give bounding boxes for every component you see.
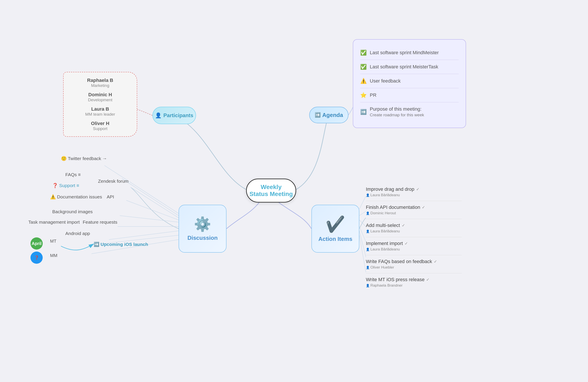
agenda-arrow-icon: ➡️ <box>315 112 321 118</box>
check-icon-1: ✅ <box>360 50 367 56</box>
faqs-item: FAQs ≡ <box>65 172 81 177</box>
action-item-assignee-1: Laura Bârlădeanu <box>366 193 462 197</box>
action-item-row-1: Improve drag and drop ✓ Laura Bârlădeanu <box>366 183 462 201</box>
warn-icon-3: ⚠️ <box>360 78 367 84</box>
mm-text: MM <box>50 253 57 258</box>
twitter-text: 🙂 Twitter feedback → <box>61 156 107 161</box>
check-icon-2: ✅ <box>360 64 367 70</box>
check-mark-6: ✓ <box>426 277 429 282</box>
agenda-text-3: User feedback <box>370 78 401 84</box>
agenda-item-1: ✅ Last software sprint MindMeister <box>360 46 459 60</box>
discussion-node[interactable]: ⚙️ Discussion <box>179 205 227 253</box>
action-item-title-3: Add multi-select ✓ <box>366 223 462 228</box>
may-text: ❓ <box>34 255 39 260</box>
agenda-item-4: ⭐ PR <box>360 88 459 102</box>
action-item-title-6: Write MT iOS press release ✓ <box>366 277 462 282</box>
action-item-title-5: Write FAQs based on feedback ✓ <box>366 259 462 264</box>
android-text: Android app <box>65 231 90 236</box>
mt-text: MT <box>50 239 56 243</box>
svg-line-0 <box>105 166 179 213</box>
feature-requests-item: Feature requests <box>83 219 117 225</box>
svg-line-10 <box>359 196 366 209</box>
action-item-assignee-4: Laura Bârlădeanu <box>366 247 462 252</box>
api-text: API <box>107 194 114 199</box>
action-item-title-4: Implement import ✓ <box>366 241 462 246</box>
central-node[interactable]: Weekly Status Meeting <box>246 179 296 203</box>
support-item: ❓ Support ≡ <box>52 183 79 188</box>
feature-req-text: Feature requests <box>83 219 117 225</box>
check-mark-2: ✓ <box>422 205 425 210</box>
svg-line-11 <box>359 211 366 216</box>
month-mm: MM <box>50 253 57 258</box>
star-icon-4: ⭐ <box>360 92 367 98</box>
svg-line-13 <box>359 227 366 242</box>
svg-line-6 <box>109 231 179 240</box>
zendesk-item: Zendesk forum <box>98 179 128 184</box>
month-april: April <box>30 237 43 250</box>
faqs-text: FAQs ≡ <box>65 172 81 177</box>
svg-line-4 <box>120 216 179 222</box>
action-item-row-4: Implement import ✓ Laura Bârlădeanu <box>366 237 462 255</box>
person-name: Laura B <box>70 106 130 112</box>
discussion-icon: ⚙️ <box>194 216 211 232</box>
person-dominic: Dominic H Development <box>70 92 130 102</box>
person-oliver: Oliver H Support <box>70 121 130 131</box>
participants-icon: 👤 <box>155 112 162 118</box>
person-raphaela: Raphaela B Marketing <box>70 78 130 88</box>
action-item-title-2: Finish API documentation ✓ <box>366 205 462 210</box>
agenda-text-2: Last software sprint MeisterTask <box>370 64 438 70</box>
action-item-row-2: Finish API documentation ✓ Dominic Herou… <box>366 201 462 219</box>
agenda-text-5: Purpose of this meeting: Create roadmap … <box>370 106 424 118</box>
person-role: Development <box>70 98 130 102</box>
twitter-feedback-item: 🙂 Twitter feedback → <box>61 156 107 161</box>
check-mark-5: ✓ <box>434 259 437 264</box>
doc-issues-text: ⚠️ Documentation issues <box>50 194 102 199</box>
task-mgmt-text: Task management import <box>28 219 80 225</box>
month-mt: MT <box>50 239 56 244</box>
person-name: Oliver H <box>70 121 130 126</box>
agenda-label: Agenda <box>322 112 343 118</box>
person-role: Marketing <box>70 83 130 88</box>
svg-line-1 <box>122 179 179 216</box>
person-role: MM team leader <box>70 112 130 117</box>
svg-line-12 <box>359 220 366 227</box>
svg-line-15 <box>359 235 366 272</box>
arrow-icon-5: ➡️ <box>360 109 367 115</box>
action-item-row-5: Write FAQs based on feedback ✓ Oliver Hu… <box>366 255 462 273</box>
ios-launch-text: ➡️ Upcoming iOS launch <box>94 242 148 247</box>
person-role: Support <box>70 126 130 131</box>
action-item-assignee-3: Laura Bârlădeanu <box>366 229 462 233</box>
agenda-item-3: ⚠️ User feedback <box>360 74 459 88</box>
person-name: Raphaela B <box>70 78 130 83</box>
api-item: API <box>107 194 114 199</box>
action-item-assignee-6: Raphaela Brandner <box>366 283 462 288</box>
person-name: Dominic H <box>70 92 130 98</box>
checkmark-icon: ✔️ <box>326 215 345 233</box>
agenda-text-1: Last software sprint MindMeister <box>370 50 439 56</box>
agenda-node[interactable]: ➡️ Agenda <box>309 107 348 123</box>
task-mgmt-item: Task management import <box>28 219 80 225</box>
action-items-list: Improve drag and drop ✓ Laura Bârlădeanu… <box>366 183 462 291</box>
android-item: Android app <box>65 231 90 236</box>
svg-line-14 <box>359 231 366 257</box>
person-laura: Laura B MM team leader <box>70 106 130 117</box>
action-item-assignee-5: Oliver Huebler <box>366 265 462 270</box>
check-mark-4: ✓ <box>405 241 408 246</box>
action-items-node[interactable]: ✔️ Action Items <box>312 205 359 253</box>
support-text: ❓ Support ≡ <box>52 183 79 188</box>
agenda-panel: ✅ Last software sprint MindMeister ✅ Las… <box>353 39 466 128</box>
action-item-assignee-2: Dominic Herout <box>366 211 462 215</box>
bg-images-item: Background images <box>52 209 93 214</box>
participants-list: Raphaela B Marketing Dominic H Developme… <box>63 72 137 137</box>
check-mark-3: ✓ <box>402 223 405 228</box>
agenda-item-2: ✅ Last software sprint MeisterTask <box>360 60 459 74</box>
participants-node[interactable]: 👤 Participants <box>152 107 196 124</box>
action-item-row-6: Write MT iOS press release ✓ Raphaela Br… <box>366 273 462 291</box>
check-mark-1: ✓ <box>416 187 420 192</box>
action-items-label: Action Items <box>318 236 352 242</box>
april-text: April <box>32 241 42 246</box>
doc-issues-item: ⚠️ Documentation issues <box>50 194 102 199</box>
zendesk-text: Zendesk forum <box>98 179 128 184</box>
discussion-label: Discussion <box>188 234 218 241</box>
svg-line-3 <box>126 200 179 220</box>
